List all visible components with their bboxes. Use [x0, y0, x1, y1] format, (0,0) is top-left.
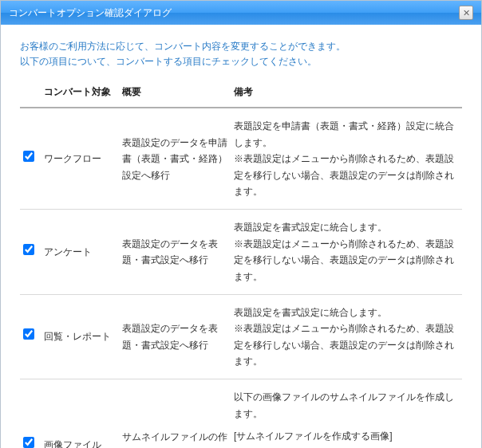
checkbox-cell	[20, 294, 41, 379]
row-checkbox[interactable]	[23, 244, 34, 255]
row-checkbox[interactable]	[23, 328, 34, 340]
table-row: アンケート表題設定のデータを表題・書式設定へ移行表題設定を書式設定に統合します。…	[20, 210, 462, 295]
col-target: コンバート対象	[41, 81, 119, 108]
overview-cell: 表題設定のデータを申請書（表題・書式・経路）設定へ移行	[119, 108, 231, 209]
target-cell: 回覧・レポート	[41, 294, 119, 379]
remarks-cell: 表題設定を申請書（表題・書式・経路）設定に統合します。※表題設定はメニューから削…	[231, 108, 462, 209]
table-row: 画像ファイルサムネイルファイルの作成以下の画像ファイルのサムネイルファイルを作成…	[20, 379, 462, 448]
target-cell: 画像ファイル	[41, 379, 119, 448]
remarks-line: ※表題設定はメニューから削除されるため、表題設定を移行しない場合、表題設定のデー…	[234, 236, 459, 285]
remarks-line: ※表題設定はメニューから削除されるため、表題設定を移行しない場合、表題設定のデー…	[234, 151, 459, 199]
col-overview: 概要	[119, 81, 231, 108]
options-table: コンバート対象 概要 備考 ワークフロー表題設定のデータを申請書（表題・書式・経…	[20, 81, 462, 448]
target-cell: アンケート	[41, 210, 119, 295]
close-icon: ✕	[463, 9, 470, 18]
table-row: ワークフロー表題設定のデータを申請書（表題・書式・経路）設定へ移行表題設定を申請…	[20, 108, 462, 209]
convert-option-dialog: コンバートオプション確認ダイアログ ✕ お客様のご利用方法に応じて、コンバート内…	[0, 0, 482, 448]
row-checkbox[interactable]	[23, 437, 34, 448]
dialog-body: お客様のご利用方法に応じて、コンバート内容を変更することができます。 以下の項目…	[1, 25, 481, 448]
remarks-cell: 以下の画像ファイルのサムネイルファイルを作成します。[サムネイルファイルを作成す…	[231, 379, 462, 448]
overview-cell: サムネイルファイルの作成	[119, 379, 231, 448]
checkbox-cell	[20, 210, 41, 295]
col-checkbox	[20, 81, 41, 108]
remarks-intro: 以下の画像ファイルのサムネイルファイルを作成します。	[234, 389, 459, 422]
close-button[interactable]: ✕	[459, 6, 473, 20]
remarks-list-title: [サムネイルファイルを作成する画像]	[234, 428, 459, 444]
dialog-title: コンバートオプション確認ダイアログ	[9, 6, 172, 20]
remarks-cell: 表題設定を書式設定に統合します。※表題設定はメニューから削除されるため、表題設定…	[231, 210, 462, 295]
intro-line-2: 以下の項目について、コンバートする項目にチェックしてください。	[20, 54, 462, 69]
remarks-line: 表題設定を申請書（表題・書式・経路）設定に統合します。	[234, 118, 459, 151]
overview-cell: 表題設定のデータを表題・書式設定へ移行	[119, 294, 231, 379]
overview-cell: 表題設定のデータを表題・書式設定へ移行	[119, 210, 231, 295]
remarks-line: 表題設定を書式設定に統合します。	[234, 219, 459, 235]
table-row: 回覧・レポート表題設定のデータを表題・書式設定へ移行表題設定を書式設定に統合しま…	[20, 294, 462, 379]
dialog-titlebar: コンバートオプション確認ダイアログ ✕	[1, 1, 481, 25]
remarks-cell: 表題設定を書式設定に統合します。※表題設定はメニューから削除されるため、表題設定…	[231, 294, 462, 379]
dialog-intro: お客様のご利用方法に応じて、コンバート内容を変更することができます。 以下の項目…	[20, 39, 462, 69]
remarks-line: 表題設定を書式設定に統合します。	[234, 305, 459, 320]
checkbox-cell	[20, 379, 41, 448]
row-checkbox[interactable]	[23, 151, 34, 162]
target-cell: ワークフロー	[41, 108, 119, 209]
intro-line-1: お客様のご利用方法に応じて、コンバート内容を変更することができます。	[20, 39, 462, 54]
col-remarks: 備考	[231, 81, 462, 108]
checkbox-cell	[20, 108, 41, 209]
remarks-line: ※表題設定はメニューから削除されるため、表題設定を移行しない場合、表題設定のデー…	[234, 320, 459, 369]
